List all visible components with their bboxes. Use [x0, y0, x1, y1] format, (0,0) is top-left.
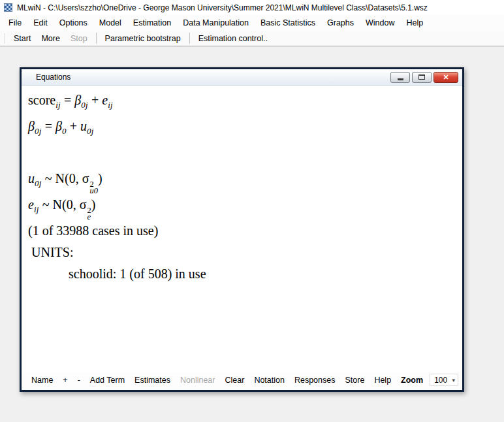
equation-area: scoreij = β0j + eijβ0j = β0 + u0ju0j ~ N… — [22, 86, 462, 372]
close-icon: ✕ — [443, 73, 449, 82]
menu-help[interactable]: Help — [401, 16, 430, 30]
maximize-icon — [418, 74, 425, 80]
mlwin-application: { "window": { "title": "MLwiN - C:\\User… — [0, 0, 504, 422]
name-button[interactable]: Name — [27, 374, 57, 387]
close-button[interactable]: ✕ — [433, 72, 458, 83]
start-button[interactable]: Start — [8, 32, 36, 45]
clear-button[interactable]: Clear — [221, 374, 249, 387]
equation-spacer — [28, 142, 462, 168]
menu-data-manipulation[interactable]: Data Manipulation — [177, 16, 255, 30]
toolbar-separator — [189, 33, 190, 44]
menu-model[interactable]: Model — [93, 16, 127, 30]
equation-line[interactable]: u0j ~ N(0, σ2u0) — [28, 168, 462, 194]
toolbar-separator — [96, 33, 97, 44]
equation-line[interactable]: eij ~ N(0, σ2e) — [28, 194, 462, 220]
estimation-control-button[interactable]: Estimation control.. — [193, 32, 273, 45]
equation-line[interactable]: UNITS: — [28, 242, 462, 263]
app-icon — [4, 3, 12, 12]
window-title: MLwiN - C:\Users\szzho\OneDrive - George… — [17, 3, 428, 12]
equation-line[interactable]: β0j = β0 + u0j — [28, 116, 462, 142]
plus-button[interactable]: + — [58, 374, 72, 387]
equation-line[interactable]: scoreij = β0j + eij — [28, 89, 462, 116]
equations-window: Equations ✕ scoreij = β0j + eijβ0j = β0 … — [20, 67, 464, 392]
menu-file[interactable]: File — [3, 16, 27, 30]
responses-button[interactable]: Responses — [290, 374, 340, 387]
zoom-label: Zoom — [396, 374, 428, 387]
window-controls: ✕ — [390, 72, 458, 83]
dropdown-arrow-icon: ▾ — [452, 377, 458, 383]
minus-button[interactable]: - — [73, 374, 85, 387]
window-titlebar[interactable]: MLwiN - C:\Users\szzho\OneDrive - George… — [0, 0, 504, 15]
equations-window-title: Equations — [36, 73, 71, 82]
menu-basic-statistics[interactable]: Basic Statistics — [255, 16, 321, 30]
zoom-value: 100 — [430, 376, 452, 385]
minimize-button[interactable] — [390, 72, 410, 83]
equation-line[interactable]: schoolid: 1 (of 508) in use — [28, 263, 462, 285]
nonlinear-button: Nonlinear — [176, 374, 220, 387]
store-button[interactable]: Store — [340, 374, 369, 387]
add-term-button[interactable]: Add Term — [86, 374, 129, 387]
zoom-combobox[interactable]: 100 ▾ — [430, 374, 458, 386]
toolbar-grip-icon — [5, 33, 6, 44]
menubar: File Edit Options Model Estimation Data … — [0, 15, 504, 31]
menu-window[interactable]: Window — [360, 16, 400, 30]
menu-options[interactable]: Options — [54, 16, 93, 30]
equation-line[interactable]: (1 of 33988 cases in use) — [28, 220, 462, 242]
main-toolbar: Start More Stop Parametric bootstrap Est… — [0, 31, 504, 46]
more-button[interactable]: More — [36, 32, 65, 45]
notation-button[interactable]: Notation — [249, 374, 289, 387]
sigma-sup-sub: 2u0 — [89, 181, 98, 194]
stop-button: Stop — [65, 32, 93, 45]
parametric-bootstrap-button[interactable]: Parametric bootstrap — [100, 32, 186, 45]
maximize-button[interactable] — [412, 72, 432, 83]
help-button[interactable]: Help — [370, 374, 396, 387]
mdi-client-area: Equations ✕ scoreij = β0j + eijβ0j = β0 … — [0, 47, 504, 422]
menu-graphs[interactable]: Graphs — [321, 16, 360, 30]
equations-titlebar[interactable]: Equations ✕ — [22, 69, 462, 86]
menu-edit[interactable]: Edit — [27, 16, 54, 30]
equations-toolbar: Name + - Add Term Estimates Nonlinear Cl… — [22, 372, 462, 390]
minimize-icon — [398, 78, 403, 80]
menu-estimation[interactable]: Estimation — [127, 16, 177, 30]
estimates-button[interactable]: Estimates — [130, 374, 175, 387]
